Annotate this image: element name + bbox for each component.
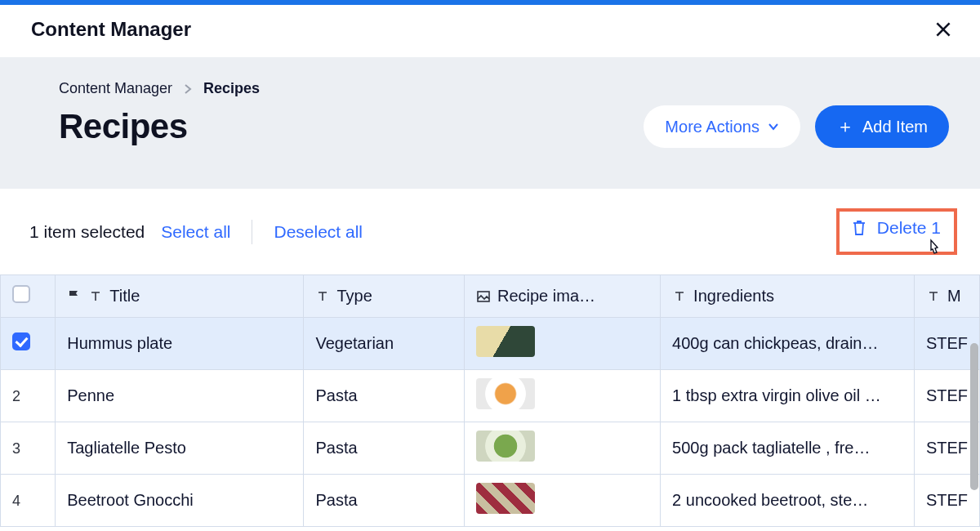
select-all-link[interactable]: Select all — [161, 222, 230, 242]
text-icon — [315, 289, 330, 304]
delete-label: Delete 1 — [877, 218, 941, 238]
recipe-thumbnail — [476, 378, 535, 409]
delete-button[interactable]: Delete 1 — [851, 218, 941, 238]
add-item-label: Add Item — [862, 118, 928, 136]
cell-ingredients[interactable]: 1 tbsp extra virgin olive oil … — [661, 370, 915, 422]
cell-title[interactable]: Penne — [56, 370, 304, 422]
recipe-thumbnail — [476, 326, 535, 357]
cell-type[interactable]: Vegetarian — [304, 318, 465, 370]
col-type-label: Type — [336, 287, 372, 306]
scrollbar-thumb[interactable] — [970, 343, 978, 490]
select-all-checkbox[interactable] — [12, 285, 30, 303]
recipe-thumbnail — [476, 483, 535, 514]
data-table: Title Type Recipe ima… Ingredients — [0, 274, 980, 527]
col-last-label: M — [947, 287, 961, 306]
image-icon — [476, 289, 491, 304]
row-number: 4 — [12, 493, 20, 509]
recipe-thumbnail — [476, 431, 535, 462]
row-number: 2 — [12, 388, 20, 404]
chevron-down-icon — [768, 121, 779, 132]
cell-image[interactable] — [464, 475, 660, 527]
row-number: 3 — [12, 440, 20, 457]
trash-icon — [851, 219, 867, 237]
cell-type[interactable]: Pasta — [304, 475, 465, 527]
cell-title[interactable]: Beetroot Gnocchi — [56, 475, 304, 527]
page-title: Recipes — [59, 107, 188, 146]
more-actions-label: More Actions — [665, 118, 760, 136]
scrollbar-track[interactable] — [969, 343, 980, 523]
text-icon — [926, 289, 941, 304]
table-row[interactable]: Hummus plateVegetarian400g can chickpeas… — [1, 318, 980, 370]
col-image-label: Recipe ima… — [497, 287, 595, 306]
deselect-all-link[interactable]: Deselect all — [274, 222, 363, 242]
header-actions: More Actions ＋ Add Item — [644, 105, 949, 148]
close-icon[interactable] — [933, 19, 954, 40]
cell-type[interactable]: Pasta — [304, 370, 465, 422]
cell-image[interactable] — [464, 422, 660, 475]
delete-highlight-box: Delete 1 — [836, 208, 957, 255]
chevron-right-icon — [184, 83, 192, 95]
table-row[interactable]: 3Tagliatelle PestoPasta500g pack tagliat… — [1, 422, 980, 475]
text-icon — [88, 289, 103, 304]
cell-ingredients[interactable]: 2 uncooked beetroot, ste… — [661, 475, 915, 527]
col-ingredients-label: Ingredients — [693, 287, 774, 306]
modal-header: Content Manager — [0, 5, 980, 57]
row-checkbox[interactable] — [12, 332, 30, 350]
cell-image[interactable] — [464, 370, 660, 422]
modal-title: Content Manager — [31, 18, 191, 41]
cell-ingredients[interactable]: 500g pack tagliatelle , fre… — [661, 422, 915, 475]
cursor-pointer-icon — [926, 239, 942, 257]
plus-icon: ＋ — [836, 118, 854, 136]
flag-icon — [67, 289, 82, 304]
add-item-button[interactable]: ＋ Add Item — [815, 105, 949, 148]
breadcrumb: Content Manager Recipes — [59, 80, 949, 97]
table-row[interactable]: 4Beetroot GnocchiPasta2 uncooked beetroo… — [1, 475, 980, 527]
col-title-label: Title — [109, 287, 140, 306]
text-icon — [672, 289, 687, 304]
page-subheader: Content Manager Recipes Recipes More Act… — [0, 57, 980, 189]
cell-title[interactable]: Hummus plate — [56, 318, 304, 370]
selection-bar: 1 item selected Select all Deselect all … — [0, 189, 980, 274]
table-row[interactable]: 2PennePasta1 tbsp extra virgin olive oil… — [1, 370, 980, 422]
selection-count: 1 item selected — [29, 222, 145, 242]
more-actions-button[interactable]: More Actions — [644, 105, 800, 148]
divider — [252, 220, 252, 244]
cell-type[interactable]: Pasta — [304, 422, 465, 475]
cell-ingredients[interactable]: 400g can chickpeas, drain… — [661, 318, 915, 370]
cell-image[interactable] — [464, 318, 660, 370]
breadcrumb-current: Recipes — [203, 80, 260, 97]
cell-title[interactable]: Tagliatelle Pesto — [56, 422, 304, 475]
breadcrumb-root[interactable]: Content Manager — [59, 80, 172, 97]
